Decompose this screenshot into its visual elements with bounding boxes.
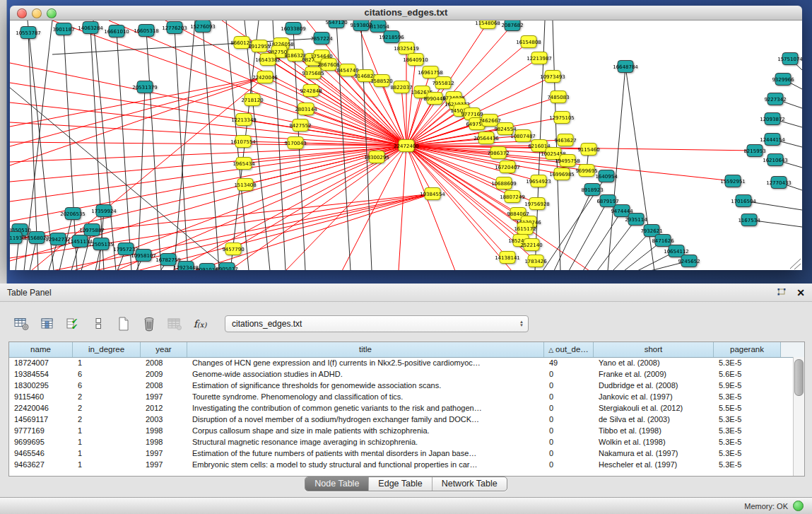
graph-node[interactable]: 8427552 (289, 119, 311, 132)
tab-network-table[interactable]: Network Table (433, 477, 507, 491)
graph-node[interactable]: 15751074 (777, 53, 802, 65)
graph-node[interactable]: 14138141 (495, 252, 520, 264)
graph-node[interactable]: 7485083 (547, 91, 569, 103)
graph-node[interactable]: 9193807 (350, 21, 372, 31)
close-panel-icon[interactable]: ✕ (796, 288, 805, 298)
column-header-title[interactable]: title (187, 342, 544, 357)
graph-node[interactable]: 9375685 (302, 67, 324, 79)
table-row[interactable]: 969969511998Structural magnetic resonanc… (9, 437, 804, 448)
graph-node[interactable]: 8912955 (248, 40, 270, 52)
graph-node[interactable]: 16961758 (418, 66, 443, 78)
graph-node[interactable]: 20531379 (132, 81, 158, 93)
graph-node[interactable]: 9463627 (554, 134, 576, 146)
graph-node[interactable]: 9170043 (284, 137, 306, 149)
window-titlebar[interactable]: citations_edges.txt (10, 6, 802, 21)
graph-node[interactable]: 10688609 (491, 177, 517, 189)
import-table-button[interactable] (164, 313, 185, 334)
column-header-year[interactable]: year (141, 342, 187, 357)
column-header-pagerank[interactable]: pagerank (714, 342, 781, 357)
graph-node[interactable]: 12093872 (760, 113, 785, 125)
graph-node[interactable]: 11548068 (475, 21, 500, 29)
column-header-name[interactable]: name (9, 342, 73, 357)
graph-node[interactable]: 9091016 (196, 264, 218, 271)
graph-node[interactable]: 19654923 (526, 175, 551, 187)
graph-node[interactable]: 8905077 (216, 263, 237, 271)
graph-node[interactable]: 16210643 (763, 154, 788, 166)
graph-node[interactable]: 3901187 (52, 23, 74, 35)
table-row[interactable]: 946554611997Estimation of the future num… (9, 448, 804, 460)
table-scrollbar[interactable] (793, 357, 804, 476)
graph-node[interactable]: 1615172 (514, 223, 536, 235)
graph-node[interactable]: 16107554 (230, 136, 256, 148)
function-builder-button[interactable]: f(x) (189, 313, 211, 334)
canvas-resize-grip[interactable] (790, 259, 801, 269)
float-panel-icon[interactable] (776, 288, 787, 298)
table-row[interactable]: 1830029562008Estimation of significance … (9, 380, 804, 392)
graph-node[interactable]: 16782759 (155, 254, 181, 266)
graph-node[interactable]: 9242848 (300, 85, 322, 97)
graph-node[interactable]: 9457790 (222, 243, 244, 255)
graph-node[interactable]: 9245652 (678, 255, 700, 267)
table-row[interactable]: 977716911998Corpus callosum shape and si… (9, 426, 804, 437)
graph-node[interactable]: 17359924 (91, 205, 117, 217)
column-header-out_de[interactable]: △out_de… (544, 342, 594, 357)
graph-node[interactable]: 8822037 (390, 81, 412, 93)
graph-node[interactable]: 5547120 (325, 21, 347, 28)
table-row[interactable]: 1456911722003Disruption of a novel membe… (9, 414, 804, 426)
graph-node[interactable]: 19218596 (379, 31, 404, 43)
graph-node[interactable]: 16996985 (549, 168, 575, 180)
graph-node[interactable]: 2087682 (501, 21, 523, 31)
graph-node[interactable]: 16154808 (516, 36, 541, 48)
graph-node[interactable]: 12770433 (766, 177, 792, 189)
graph-node[interactable]: 8215953 (743, 145, 765, 157)
graph-node[interactable]: 16648784 (613, 61, 638, 73)
graph-node[interactable]: 16033809 (281, 23, 306, 35)
graph-node[interactable]: 7986372 (487, 147, 509, 159)
graph-node[interactable]: 10553787 (16, 27, 41, 39)
graph-node[interactable]: 12213987 (526, 52, 552, 64)
graph-node[interactable]: 8471626 (652, 235, 674, 247)
graph-node[interactable]: 18325419 (394, 42, 419, 54)
graph-node[interactable]: 12975105 (549, 112, 575, 124)
close-window-button[interactable] (17, 8, 27, 18)
column-header-short[interactable]: short (594, 342, 714, 357)
graph-node[interactable]: 14063284 (78, 22, 103, 34)
graph-node[interactable]: 16661010 (104, 25, 129, 37)
tab-node-table[interactable]: Node Table (305, 477, 369, 491)
graph-node[interactable]: 7857224 (310, 33, 333, 45)
graph-node[interactable]: 2522140 (520, 239, 542, 251)
table-row[interactable]: 2242004622012Investigating the contribut… (9, 403, 804, 414)
graph-node[interactable]: 1640954 (595, 170, 618, 182)
graph-node[interactable]: 9115460 (577, 144, 599, 156)
graph-node[interactable]: 10975887 (79, 224, 105, 236)
network-graph[interactable]: 2247240086601238912955182260589827508165… (10, 21, 802, 270)
network-canvas[interactable]: 2247240086601238912955182260589827508165… (10, 21, 802, 270)
minimize-window-button[interactable] (32, 8, 42, 18)
graph-node[interactable]: 12776203 (162, 22, 187, 34)
show-columns-button[interactable] (37, 313, 58, 334)
select-columns-button[interactable]: ✔ ✔ (62, 313, 83, 334)
create-table-button[interactable] (113, 313, 134, 334)
table-row[interactable]: 1872400712008Changes of HCN gene express… (9, 358, 804, 369)
graph-node[interactable]: 1588520 (370, 75, 392, 87)
graph-node[interactable]: 7955812 (432, 77, 454, 89)
graph-node[interactable]: 1783426 (524, 255, 547, 267)
graph-node[interactable]: 1513408 (234, 179, 256, 191)
table-mode-button[interactable] (11, 313, 33, 334)
graph-node[interactable]: 20206535 (60, 208, 86, 220)
graph-node[interactable]: 8918923 (581, 184, 603, 196)
table-row[interactable]: 911546021997Tourette syndrome. Phenomeno… (9, 392, 804, 403)
delete-table-button[interactable] (139, 313, 160, 334)
tab-edge-table[interactable]: Edge Table (369, 477, 432, 491)
graph-node[interactable]: 12444154 (760, 134, 785, 146)
zoom-window-button[interactable] (47, 8, 57, 18)
graph-node[interactable]: 2935114 (625, 214, 647, 226)
table-row[interactable]: 1938455462009Genome-wide association stu… (9, 369, 804, 380)
graph-node[interactable]: 9699695 (575, 165, 597, 177)
scrollbar-thumb[interactable] (794, 359, 804, 396)
table-row[interactable]: 946362711997Embryonic stem cells: a mode… (9, 460, 804, 471)
graph-node[interactable]: 1167534 (738, 214, 760, 226)
graph-node[interactable]: 16605318 (134, 25, 159, 37)
table-selector-dropdown[interactable]: citations_edges.txt ▲▼ (225, 315, 529, 332)
memory-ok-led[interactable] (793, 501, 804, 511)
